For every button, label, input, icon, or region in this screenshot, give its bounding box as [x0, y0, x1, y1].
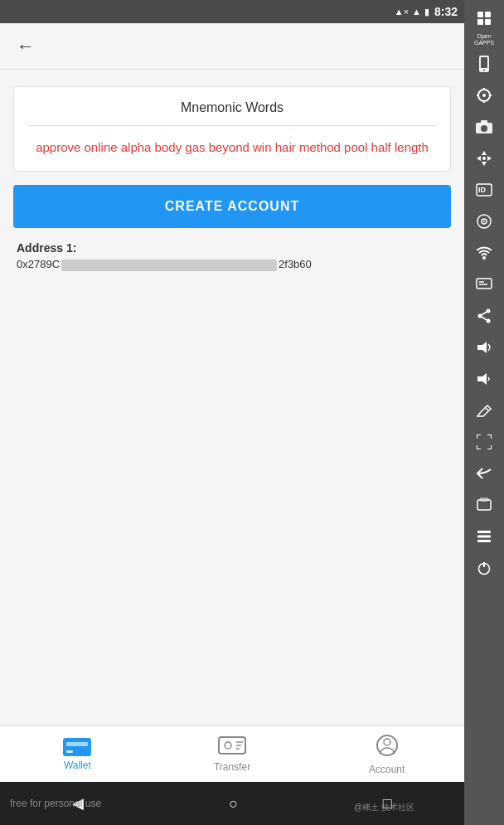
nav-wallet[interactable]: Wallet — [0, 731, 155, 778]
back-icon[interactable] — [468, 459, 501, 488]
transfer-label: Transfer — [214, 761, 250, 773]
svg-marker-35 — [477, 342, 487, 353]
address-redacted — [61, 260, 277, 271]
svg-marker-19 — [487, 156, 492, 161]
svg-point-47 — [225, 742, 231, 749]
battery-icon: ▮ — [424, 7, 429, 17]
volume-down-icon[interactable] — [468, 364, 501, 394]
main-area: ← Mnemonic Words approve online alpha bo… — [0, 23, 464, 825]
disc-icon[interactable] — [468, 206, 501, 236]
wallet-icon — [63, 738, 91, 756]
svg-rect-46 — [219, 737, 245, 754]
camera-icon[interactable] — [468, 112, 501, 142]
svg-point-6 — [483, 70, 485, 71]
move-icon[interactable] — [468, 143, 501, 173]
svg-line-38 — [485, 407, 488, 410]
mnemonic-box: Mnemonic Words approve online alpha body… — [13, 86, 451, 172]
status-time: 8:32 — [434, 5, 458, 18]
recents-icon[interactable] — [468, 490, 501, 520]
address-suffix: 2f3b60 — [279, 258, 312, 270]
transfer-icon — [218, 736, 246, 758]
svg-point-52 — [384, 739, 390, 745]
message-icon[interactable] — [468, 269, 501, 299]
top-bar: ← — [0, 23, 464, 70]
svg-rect-27 — [477, 279, 492, 289]
nav-transfer[interactable]: Transfer — [155, 730, 310, 779]
svg-marker-16 — [482, 151, 487, 155]
address-section: Address 1: 0x2789C 2f3b60 — [13, 241, 451, 271]
content: Mnemonic Words approve online alpha body… — [0, 70, 464, 825]
svg-point-14 — [481, 125, 487, 132]
power-icon[interactable] — [468, 553, 501, 583]
svg-text:ID: ID — [478, 186, 487, 194]
svg-rect-5 — [481, 57, 487, 68]
svg-point-25 — [483, 221, 485, 222]
svg-rect-3 — [485, 19, 491, 25]
svg-point-8 — [482, 94, 486, 97]
fullscreen-icon[interactable] — [468, 427, 501, 457]
mnemonic-title: Mnemonic Words — [27, 100, 437, 115]
nav-account[interactable]: Account — [309, 727, 464, 782]
address-prefix: 0x2789C — [17, 258, 60, 270]
svg-line-33 — [480, 311, 488, 316]
svg-rect-0 — [477, 12, 483, 17]
share-icon[interactable] — [468, 301, 501, 331]
svg-rect-41 — [477, 531, 491, 533]
status-icons: ▲× ▲ ▮ — [395, 7, 429, 17]
wallet-label: Wallet — [64, 759, 91, 771]
svg-marker-17 — [482, 162, 487, 166]
address-value: 0x2789C 2f3b60 — [17, 258, 448, 271]
phone-icon[interactable] — [468, 49, 501, 79]
wifi-icon[interactable] — [468, 238, 501, 268]
svg-line-34 — [480, 316, 488, 321]
id-icon[interactable]: ID — [468, 175, 501, 205]
free-label-bar: free for personal use — [0, 782, 464, 825]
status-bar: ▲× ▲ ▮ 8:32 — [0, 0, 464, 23]
svg-rect-15 — [481, 120, 487, 124]
svg-rect-2 — [477, 19, 483, 25]
address-label: Address 1: — [17, 241, 448, 255]
back-button[interactable]: ← — [13, 32, 38, 61]
open-gapps-icon[interactable] — [468, 3, 501, 33]
svg-rect-43 — [477, 540, 491, 542]
svg-point-26 — [482, 256, 486, 260]
mnemonic-words: approve online alpha body gas beyond win… — [27, 138, 437, 158]
svg-rect-1 — [485, 12, 491, 17]
mnemonic-divider — [27, 125, 437, 126]
signal-icon: ▲× — [395, 7, 409, 17]
eraser-icon[interactable] — [468, 396, 501, 425]
open-gapps-label: OpenGAPPS — [474, 33, 494, 46]
open-gapps-item[interactable]: OpenGAPPS — [468, 3, 501, 46]
svg-marker-36 — [477, 373, 487, 385]
svg-marker-18 — [477, 156, 481, 161]
svg-point-20 — [482, 157, 486, 160]
svg-rect-39 — [477, 500, 491, 510]
account-icon — [376, 734, 399, 760]
create-account-button[interactable]: CREATE ACCOUNT — [13, 185, 451, 228]
svg-rect-42 — [477, 536, 491, 538]
bottom-nav: Wallet Transfer — [0, 726, 464, 782]
right-sidebar: OpenGAPPS — [464, 0, 504, 825]
menu-icon[interactable] — [468, 522, 501, 551]
network-icon: ▲ — [412, 7, 421, 17]
free-label: free for personal use — [10, 798, 101, 809]
svg-marker-37 — [477, 405, 491, 416]
account-label: Account — [369, 764, 405, 775]
gps-icon[interactable] — [468, 80, 501, 110]
volume-up-icon[interactable] — [468, 332, 501, 362]
